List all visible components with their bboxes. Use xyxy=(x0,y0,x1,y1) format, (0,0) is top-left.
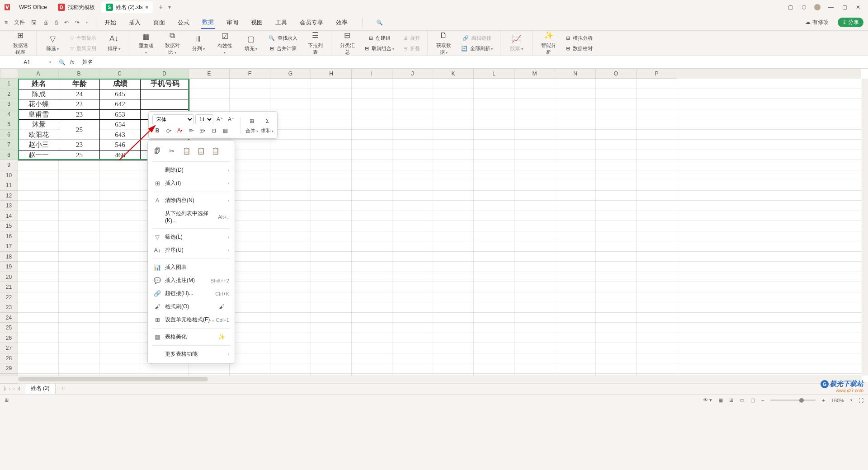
table-cell[interactable]: 22 xyxy=(59,99,100,110)
row-header-27[interactable]: 27 xyxy=(0,343,18,353)
menu-efficiency[interactable]: 效率 xyxy=(335,17,349,28)
zoom-in-button[interactable]: + xyxy=(822,398,825,403)
maximize-button[interactable]: ▢ xyxy=(841,4,848,11)
ctx-picklist[interactable]: 从下拉列表中选择(K)...Alt+↓ xyxy=(148,207,235,226)
add-sheet-button[interactable]: + xyxy=(57,383,67,393)
row-header-15[interactable]: 15 xyxy=(0,221,18,231)
col-header-D[interactable]: D xyxy=(140,69,189,79)
get-data-button[interactable]: 🗋获取数据 xyxy=(433,30,454,56)
save-icon[interactable]: 🖫 xyxy=(31,19,37,26)
edit-link-button[interactable]: 🔗编辑链接 xyxy=(459,34,495,42)
document-tab[interactable]: S 姓名 (2).xls xyxy=(101,1,153,13)
cube-icon[interactable]: ⬡ xyxy=(800,4,807,11)
table-cell[interactable] xyxy=(140,99,189,110)
sheet-prev-button[interactable]: ‹ xyxy=(9,386,10,391)
row-header-26[interactable]: 26 xyxy=(0,333,18,343)
fx-zoom-icon[interactable]: 🔍 xyxy=(59,59,66,66)
ctx-beautify[interactable]: ▦表格美化✨ xyxy=(148,330,235,343)
sum-label[interactable]: 求和 xyxy=(261,127,274,134)
copy-icon[interactable]: 🗐 xyxy=(152,146,162,156)
col-header-N[interactable]: N xyxy=(555,69,596,79)
table-cell[interactable]: 645 xyxy=(99,89,141,100)
merge-icon[interactable]: ⊞ xyxy=(247,116,257,126)
data-check-button[interactable]: ⊟数据校对 xyxy=(564,44,594,53)
table-cell[interactable]: 24 xyxy=(59,89,100,100)
user-avatar-icon[interactable] xyxy=(814,4,821,11)
menu-view[interactable]: 视图 xyxy=(250,17,264,28)
modified-pill[interactable]: ☁ 有修改 xyxy=(801,18,833,27)
font-size-select[interactable]: 11 xyxy=(195,114,213,124)
paste-special-1-icon[interactable]: 📋 xyxy=(196,146,206,156)
row-header-19[interactable]: 19 xyxy=(0,262,18,272)
ctx-format-cells[interactable]: ⊞设置单元格格式(F)...Ctrl+1 xyxy=(148,313,235,326)
row-header-9[interactable]: 9 xyxy=(0,160,18,170)
row-header-20[interactable]: 20 xyxy=(0,272,18,282)
collapse-button[interactable]: ⊟折叠 xyxy=(401,44,422,53)
formula-input[interactable]: 姓名 xyxy=(79,58,868,66)
table-cell[interactable]: 沐景 xyxy=(18,119,59,130)
row-header-17[interactable]: 17 xyxy=(0,241,18,252)
group-button[interactable]: ⊞创建组 xyxy=(363,34,396,42)
col-header-K[interactable]: K xyxy=(433,69,474,79)
minimize-button[interactable]: — xyxy=(827,4,835,11)
pivot-table-button[interactable]: ⊞数据透视表 xyxy=(10,30,31,56)
col-header-H[interactable]: H xyxy=(311,69,352,79)
row-header-28[interactable]: 28 xyxy=(0,353,18,364)
table-cell[interactable]: 654 xyxy=(99,119,141,130)
name-box[interactable]: A1 ▾ xyxy=(0,56,54,68)
table-cell[interactable]: 653 xyxy=(99,109,141,120)
view-page-icon[interactable]: ▭ xyxy=(740,397,744,403)
table-cell[interactable]: 25 xyxy=(59,119,100,140)
sort-button[interactable]: A↓排序 xyxy=(104,33,124,53)
row-header-12[interactable]: 12 xyxy=(0,191,18,201)
font-color-button[interactable]: A▾ xyxy=(175,126,185,136)
close-button[interactable]: ✕ xyxy=(854,4,862,11)
fill-button[interactable]: ▢填充 xyxy=(241,33,261,53)
ctx-clear[interactable]: A清除内容(N)› xyxy=(148,194,235,207)
show-all-button[interactable]: ▽全部显示 xyxy=(68,34,98,42)
data-compare-button[interactable]: ⧉数据对比 xyxy=(162,30,183,56)
stock-button[interactable]: 📈股票 xyxy=(506,33,527,53)
consolidate-button[interactable]: ⊞合并计算 xyxy=(267,44,299,53)
menu-formula[interactable]: 公式 xyxy=(177,17,190,28)
table-cell[interactable]: 25 xyxy=(59,150,100,161)
redo-icon[interactable]: ↷ xyxy=(75,19,80,26)
col-header-O[interactable]: O xyxy=(596,69,637,79)
merge-label[interactable]: 合并 xyxy=(245,127,258,134)
sum-icon[interactable]: Σ xyxy=(262,116,272,126)
filter-button[interactable]: ▽筛选 xyxy=(42,33,63,53)
row-header-25[interactable]: 25 xyxy=(0,323,18,333)
col-header-B[interactable]: B xyxy=(59,69,99,79)
border-button[interactable]: ⊞▾ xyxy=(198,126,208,136)
row-header-5[interactable]: 5 xyxy=(0,119,18,130)
text-to-columns-button[interactable]: ⫼分列 xyxy=(188,33,209,53)
ctx-insert[interactable]: ⊞插入(I)› xyxy=(148,177,235,190)
col-header-L[interactable]: L xyxy=(474,69,514,79)
col-header-G[interactable]: G xyxy=(270,69,311,79)
align-button[interactable]: ≡▾ xyxy=(186,126,196,136)
row-header-6[interactable]: 6 xyxy=(0,130,18,140)
row-header-8[interactable]: 8 xyxy=(0,150,18,160)
col-header-C[interactable]: C xyxy=(99,69,140,79)
table-cell[interactable]: 466 xyxy=(99,150,141,161)
table-cell[interactable]: 赵一一 xyxy=(18,150,59,161)
table-cell[interactable]: 23 xyxy=(59,109,100,120)
undo-icon[interactable]: ↶ xyxy=(64,19,69,26)
cut-icon[interactable]: ✂ xyxy=(167,146,177,156)
row-header-7[interactable]: 7 xyxy=(0,140,18,150)
row-header-2[interactable]: 2 xyxy=(0,89,18,99)
row-header-29[interactable]: 29 xyxy=(0,363,18,374)
col-header-M[interactable]: M xyxy=(514,69,555,79)
reapply-button[interactable]: ▽重新应用 xyxy=(68,44,98,53)
menu-review[interactable]: 审阅 xyxy=(226,17,239,28)
sheet-first-button[interactable]: |‹ xyxy=(4,386,6,391)
select-all-corner[interactable] xyxy=(0,69,18,79)
ctx-sort[interactable]: A↓排序(U)› xyxy=(148,244,235,257)
zoom-value[interactable]: 160% xyxy=(831,398,844,403)
ctx-more[interactable]: 更多表格功能› xyxy=(148,348,235,361)
horizontal-scrollbar[interactable] xyxy=(0,376,862,382)
col-header-P[interactable]: P xyxy=(637,69,677,79)
sheet-next-button[interactable]: › xyxy=(13,386,14,391)
status-mode-icon[interactable]: ⊞ xyxy=(5,397,9,403)
expand-button[interactable]: ⊞展开 xyxy=(401,34,422,42)
